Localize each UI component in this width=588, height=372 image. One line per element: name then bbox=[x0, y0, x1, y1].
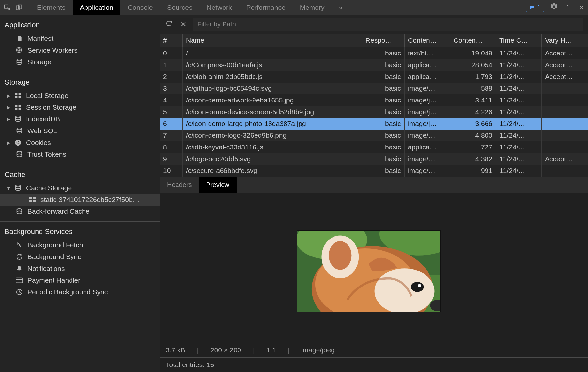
svg-point-16 bbox=[16, 142, 17, 143]
sidebar-item-cookies[interactable]: ▸ Cookies bbox=[0, 137, 160, 148]
separator: | bbox=[287, 346, 290, 354]
table-row[interactable]: 3/c/github-logo-bc05494c.svgbasicimage/…… bbox=[160, 83, 588, 94]
tab-console[interactable]: Console bbox=[120, 0, 160, 15]
sidebar-item-payment-handler[interactable]: Payment Handler bbox=[0, 274, 160, 286]
svg-point-17 bbox=[18, 141, 19, 142]
tab-headers[interactable]: Headers bbox=[160, 177, 199, 193]
col-content-length[interactable]: Conten… bbox=[450, 34, 496, 47]
col-time-cached[interactable]: Time C… bbox=[496, 34, 542, 47]
entries-footer: Total entries: 15 bbox=[160, 357, 588, 372]
device-toggle-icon[interactable] bbox=[14, 3, 23, 12]
cell-time: 11/24/… bbox=[496, 153, 542, 165]
table-row[interactable]: 2/c/blob-anim-2db05bdc.jsbasicapplica…1,… bbox=[160, 71, 588, 83]
tab-network[interactable]: Network bbox=[199, 0, 239, 15]
item-label: static-3741017226db5c27f50b… bbox=[40, 196, 140, 204]
tab-memory[interactable]: Memory bbox=[293, 0, 332, 15]
svg-rect-12 bbox=[19, 108, 21, 110]
sidebar-item-session-storage[interactable]: ▸ Session Storage bbox=[0, 101, 160, 113]
svg-rect-22 bbox=[29, 197, 32, 199]
collapse-icon[interactable]: ▾ bbox=[6, 184, 11, 192]
cell-time: 11/24/… bbox=[496, 71, 542, 83]
table-row[interactable]: 1/c/Compress-00b1eafa.jsbasicapplica…28,… bbox=[160, 59, 588, 71]
preview-pane: 3.7 kB | 200 × 200 | 1:1 | image/jpeg To… bbox=[160, 193, 588, 372]
cell-content-length: 4,800 bbox=[450, 130, 496, 141]
inspect-icon[interactable] bbox=[3, 3, 12, 12]
tab-elements[interactable]: Elements bbox=[30, 0, 73, 15]
gear-icon bbox=[15, 47, 23, 54]
svg-rect-9 bbox=[15, 105, 17, 107]
total-entries: Total entries: 15 bbox=[166, 361, 214, 368]
svg-point-15 bbox=[15, 140, 21, 146]
filter-input[interactable] bbox=[193, 18, 583, 31]
cell-index: 10 bbox=[160, 165, 183, 177]
kebab-menu-icon[interactable]: ⋮ bbox=[564, 4, 572, 11]
table-row[interactable]: 6/c/icon-demo-large-photo-18da387a.jpgba… bbox=[160, 118, 588, 130]
sidebar-item-cache-entry[interactable]: static-3741017226db5c27f50b… bbox=[0, 194, 160, 206]
sidebar-item-bg-sync[interactable]: Background Sync bbox=[0, 251, 160, 263]
col-index[interactable]: # bbox=[160, 34, 183, 47]
settings-icon[interactable] bbox=[550, 3, 558, 12]
cookie-icon bbox=[14, 139, 22, 146]
cell-name: /c/icon-demo-logo-326ed9b6.png bbox=[183, 130, 362, 141]
sidebar-item-cache-storage[interactable]: ▾ Cache Storage bbox=[0, 182, 160, 194]
svg-rect-24 bbox=[29, 200, 32, 202]
sidebar-item-indexeddb[interactable]: ▸ IndexedDB bbox=[0, 113, 160, 125]
table-row[interactable]: 5/c/icon-demo-device-screen-5d52d8b9.jpg… bbox=[160, 106, 588, 118]
cell-time: 11/24/… bbox=[496, 165, 542, 177]
cell-content-length: 28,054 bbox=[450, 59, 496, 71]
sidebar-item-bf-cache[interactable]: Back-forward Cache bbox=[0, 206, 160, 217]
database-icon bbox=[14, 116, 22, 123]
expand-icon[interactable]: ▸ bbox=[6, 92, 11, 100]
table-row[interactable]: 0/basictext/ht…19,04911/24/…Accept… bbox=[160, 47, 588, 59]
svg-point-14 bbox=[17, 128, 22, 130]
expand-icon[interactable]: ▸ bbox=[6, 115, 11, 123]
table-row[interactable]: 9/c/logo-bcc20dd5.svgbasicimage/…4,38211… bbox=[160, 153, 588, 165]
sidebar-item-local-storage[interactable]: ▸ Local Storage bbox=[0, 90, 160, 101]
refresh-button[interactable] bbox=[164, 20, 174, 29]
table-row[interactable]: 4/c/icon-demo-artwork-9eba1655.jpgbasici… bbox=[160, 94, 588, 106]
tab-sources[interactable]: Sources bbox=[160, 0, 199, 15]
section-heading: Background Services bbox=[0, 224, 160, 239]
table-row[interactable]: 8/c/idb-keyval-c33d3116.jsbasicapplica…7… bbox=[160, 141, 588, 153]
sidebar-item-trust-tokens[interactable]: Trust Tokens bbox=[0, 148, 160, 160]
tab-application[interactable]: Application bbox=[73, 0, 121, 15]
item-label: Web SQL bbox=[27, 127, 57, 135]
expand-icon[interactable]: ▸ bbox=[6, 103, 11, 111]
sidebar-item-notifications[interactable]: Notifications bbox=[0, 263, 160, 274]
cell-content-type: text/ht… bbox=[405, 47, 450, 59]
cell-response: basic bbox=[362, 83, 405, 94]
sidebar-item-periodic-sync[interactable]: Periodic Background Sync bbox=[0, 286, 160, 298]
col-content-type[interactable]: Conten… bbox=[405, 34, 450, 47]
cell-content-length: 588 bbox=[450, 83, 496, 94]
close-devtools-icon[interactable]: ✕ bbox=[578, 4, 585, 11]
section-cache: Cache ▾ Cache Storage static-3741017226d… bbox=[0, 164, 160, 222]
table-row[interactable]: 10/c/secure-a66bbdfe.svgbasicimage/…9911… bbox=[160, 165, 588, 177]
item-label: Periodic Background Sync bbox=[27, 288, 108, 296]
item-label: Cookies bbox=[26, 139, 51, 147]
expand-icon[interactable]: ▸ bbox=[6, 139, 11, 147]
cell-time: 11/24/… bbox=[496, 141, 542, 153]
cell-index: 2 bbox=[160, 71, 183, 83]
col-name[interactable]: Name bbox=[183, 34, 362, 47]
preview-dimensions: 200 × 200 bbox=[210, 346, 241, 354]
tab-preview[interactable]: Preview bbox=[199, 177, 237, 193]
col-response[interactable]: Respo… bbox=[362, 34, 405, 47]
sidebar-item-service-workers[interactable]: Service Workers bbox=[0, 44, 160, 56]
table-row[interactable]: 7/c/icon-demo-logo-326ed9b6.pngbasicimag… bbox=[160, 130, 588, 141]
grid-icon bbox=[28, 197, 37, 203]
col-vary-header[interactable]: Vary H… bbox=[542, 34, 587, 47]
cell-content-type: applica… bbox=[405, 141, 450, 153]
database-icon bbox=[15, 151, 23, 158]
cell-content-type: image/… bbox=[405, 165, 450, 177]
sidebar-item-bg-fetch[interactable]: Background Fetch bbox=[0, 239, 160, 251]
delete-button[interactable]: ✕ bbox=[179, 20, 188, 29]
cell-vary: Accept… bbox=[542, 71, 587, 83]
cell-content-length: 1,793 bbox=[450, 71, 496, 83]
sidebar-item-storage[interactable]: Storage bbox=[0, 56, 160, 68]
tab-performance[interactable]: Performance bbox=[239, 0, 292, 15]
sidebar-item-manifest[interactable]: Manifest bbox=[0, 33, 160, 44]
messages-badge[interactable]: 1 bbox=[526, 3, 544, 12]
sidebar-item-websql[interactable]: Web SQL bbox=[0, 125, 160, 137]
tab-overflow[interactable]: » bbox=[332, 0, 350, 15]
preview-image bbox=[297, 230, 441, 312]
